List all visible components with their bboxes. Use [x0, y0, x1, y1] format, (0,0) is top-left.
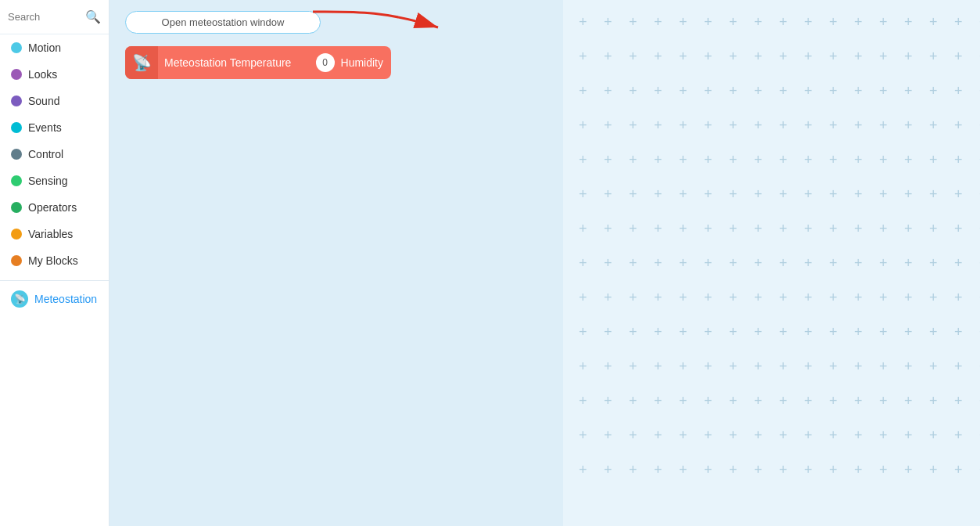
plus-sign: +	[804, 49, 813, 65]
sidebar-items: Motion Looks Sound Events Control Sensin…	[0, 34, 109, 274]
sidebar-item-looks[interactable]: Looks	[0, 61, 109, 88]
plus-sign: +	[804, 117, 813, 134]
sidebar-label-events: Events	[28, 121, 62, 134]
plus-sign: +	[829, 324, 838, 340]
plus-sign: +	[804, 83, 813, 99]
plus-sign: +	[929, 290, 938, 306]
sidebar-label-sound: Sound	[28, 95, 59, 107]
plus-sign: +	[954, 49, 963, 65]
plus-sign: +	[679, 117, 687, 134]
plus-sign: +	[679, 49, 687, 65]
plus-sign: +	[579, 49, 587, 65]
plus-sign: +	[629, 186, 637, 203]
plus-sign: +	[929, 393, 938, 409]
plus-sign: +	[954, 83, 963, 99]
sidebar-item-events[interactable]: Events	[0, 114, 109, 141]
plus-sign: +	[854, 186, 863, 203]
plus-sign: +	[604, 14, 612, 31]
plus-sign: +	[904, 83, 913, 99]
plus-sign: +	[754, 221, 763, 237]
plus-sign: +	[904, 14, 913, 31]
plus-sign: +	[954, 14, 963, 31]
plus-sign: +	[604, 358, 612, 375]
plus-sign: +	[679, 83, 687, 99]
plus-sign: +	[829, 186, 838, 203]
sidebar-label-looks: Looks	[28, 68, 57, 81]
dot-sound	[11, 95, 22, 106]
plus-sign: +	[629, 83, 637, 99]
plus-sign: +	[729, 221, 738, 237]
plus-sign: +	[629, 358, 637, 375]
plus-sign: +	[879, 83, 888, 99]
plus-sign: +	[679, 221, 687, 237]
plus-sign: +	[929, 358, 938, 375]
dot-looks	[11, 69, 22, 80]
sidebar-label-motion: Motion	[28, 41, 61, 54]
plus-sign: +	[829, 462, 838, 478]
sidebar-item-motion[interactable]: Motion	[0, 34, 109, 61]
dot-operators	[11, 202, 22, 213]
plus-sign: +	[604, 83, 612, 99]
plus-sign: +	[629, 49, 637, 65]
plus-sign: +	[704, 221, 713, 237]
plus-sign: +	[879, 462, 888, 478]
plus-sign: +	[879, 14, 888, 31]
plus-sign: +	[704, 83, 713, 99]
plus-sign: +	[829, 358, 838, 375]
meteostation-block[interactable]: 📡 Meteostation Temperature 0 Humidity	[125, 46, 391, 79]
sidebar-item-variables[interactable]: Variables	[0, 221, 109, 247]
plus-sign: +	[954, 324, 963, 340]
plus-sign: +	[754, 462, 763, 478]
search-input[interactable]	[8, 11, 78, 23]
meteostation-block-badge: 0	[316, 53, 335, 72]
plus-sign: +	[804, 14, 813, 31]
plus-sign: +	[929, 186, 938, 203]
plus-sign: +	[879, 49, 888, 65]
open-meteostation-button[interactable]: Open meteostation window	[125, 11, 321, 34]
plus-sign: +	[779, 324, 788, 340]
sidebar-label-operators: Operators	[28, 201, 77, 214]
plus-sign: +	[904, 393, 913, 409]
plus-sign: +	[579, 186, 587, 203]
plus-sign: +	[604, 462, 612, 478]
plus-sign: +	[804, 462, 813, 478]
sidebar-item-sensing[interactable]: Sensing	[0, 168, 109, 194]
sidebar-label-sensing: Sensing	[28, 175, 68, 187]
plus-sign: +	[729, 393, 738, 409]
plus-sign: +	[829, 255, 838, 272]
plus-sign: +	[954, 152, 963, 168]
plus-sign: +	[804, 221, 813, 237]
plus-sign: +	[679, 427, 687, 444]
plus-sign: +	[879, 255, 888, 272]
plus-sign: +	[904, 358, 913, 375]
plus-sign: +	[679, 14, 687, 31]
plus-sign: +	[829, 49, 838, 65]
plus-sign: +	[854, 117, 863, 134]
plus-sign: +	[829, 221, 838, 237]
sidebar-item-meteostation[interactable]: 📡 Meteostation	[0, 280, 109, 315]
plus-sign: +	[854, 255, 863, 272]
plus-sign: +	[929, 117, 938, 134]
plus-sign: +	[654, 427, 662, 444]
sidebar-item-operators[interactable]: Operators	[0, 194, 109, 221]
plus-sign: +	[604, 427, 612, 444]
plus-sign: +	[829, 427, 838, 444]
plus-sign: +	[629, 117, 637, 134]
plus-sign: +	[629, 14, 637, 31]
plus-sign: +	[779, 427, 788, 444]
plus-sign: +	[854, 393, 863, 409]
plus-sign: +	[779, 290, 788, 306]
sidebar-label-variables: Variables	[28, 228, 73, 240]
plus-sign: +	[604, 393, 612, 409]
plus-sign: +	[779, 152, 788, 168]
plus-sign: +	[579, 221, 587, 237]
meteostation-icon: 📡	[11, 290, 28, 308]
sidebar-item-control[interactable]: Control	[0, 141, 109, 168]
plus-sign: +	[654, 290, 662, 306]
plus-sign: +	[879, 186, 888, 203]
plus-sign: +	[604, 117, 612, 134]
sidebar-item-sound[interactable]: Sound	[0, 88, 109, 114]
plus-sign: +	[754, 186, 763, 203]
plus-sign: +	[829, 14, 838, 31]
sidebar-item-myblocks[interactable]: My Blocks	[0, 247, 109, 274]
